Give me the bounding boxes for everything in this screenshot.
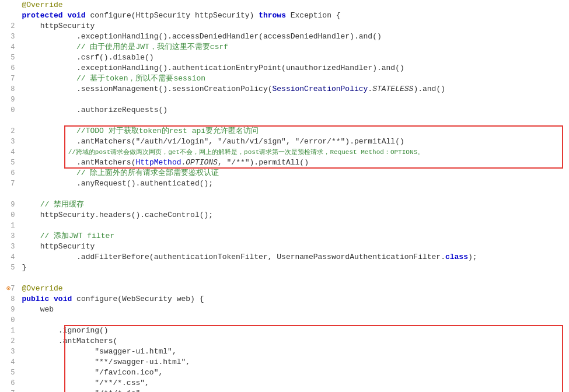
line-number: 3 bbox=[0, 242, 19, 252]
table-row: 2 //TODO 对于获取token的rest api要允许匿名访问 bbox=[0, 126, 569, 136]
line-content: .authorizeRequests() bbox=[19, 105, 569, 116]
line-content: .sessionManagement().sessionCreationPoli… bbox=[19, 84, 569, 94]
line-content: .exceptionHandling().accessDeniedHandler… bbox=[19, 32, 569, 42]
line-number: 9 bbox=[0, 94, 19, 105]
line-content: "swagger-ui.html", bbox=[19, 346, 569, 357]
line-number: 1 bbox=[0, 326, 19, 336]
line-content bbox=[19, 273, 569, 284]
table-row: @Override bbox=[0, 0, 569, 10]
table-row bbox=[0, 116, 569, 126]
line-content bbox=[19, 189, 569, 200]
line-content: // 由于使用的是JWT，我们这里不需要csrf bbox=[19, 42, 569, 52]
table-row: 2 httpSecurity bbox=[0, 21, 569, 32]
table-row: 4 //跨域的post请求会做两次网页，get不会，网上的解释是，post请求第… bbox=[0, 147, 569, 158]
line-number: 9 bbox=[0, 304, 19, 315]
table-row: 2 .antMatchers( bbox=[0, 336, 569, 346]
code-table: @Overrideprotected void configure(HttpSe… bbox=[0, 0, 569, 392]
table-row: 7 "/**/*.js", bbox=[0, 388, 569, 392]
line-number: 6 bbox=[0, 63, 19, 74]
line-number: 4 bbox=[0, 147, 19, 158]
line-content: httpSecurity bbox=[19, 242, 569, 252]
table-row: 5 .antMatchers(HttpMethod.OPTIONS, "/**"… bbox=[0, 158, 569, 168]
table-row: 5} bbox=[0, 262, 569, 273]
line-number: 3 bbox=[0, 231, 19, 242]
line-content: .addFilterBefore(authenticationTokenFilt… bbox=[19, 252, 569, 262]
line-content: .antMatchers(HttpMethod.OPTIONS, "/**").… bbox=[19, 158, 569, 168]
line-number: 2 bbox=[0, 21, 19, 32]
line-content: @Override bbox=[19, 0, 569, 10]
line-number bbox=[0, 0, 19, 10]
table-row: 9 bbox=[0, 94, 569, 105]
line-number: 8 bbox=[0, 84, 19, 94]
table-row: 6 "/**/*.css", bbox=[0, 378, 569, 388]
table-row: 9 web bbox=[0, 304, 569, 315]
line-number: 8 bbox=[0, 294, 19, 304]
line-content: .exceptionHandling().authenticationEntry… bbox=[19, 63, 569, 74]
table-row: 0 httpSecurity.headers().cacheControl(); bbox=[0, 210, 569, 220]
table-row: 7 .anyRequest().authenticated(); bbox=[0, 178, 569, 189]
table-row: 5 .csrf().disable() bbox=[0, 52, 569, 63]
line-number bbox=[0, 116, 19, 126]
line-number: 5 bbox=[0, 52, 19, 63]
line-content: @Override bbox=[19, 284, 569, 294]
table-row: 0 bbox=[0, 315, 569, 326]
table-row: 6 .exceptionHandling().authenticationEnt… bbox=[0, 63, 569, 74]
table-row: 4 "**/swagger-ui.html", bbox=[0, 357, 569, 368]
line-content: web bbox=[19, 304, 569, 315]
line-content: // 添加JWT filter bbox=[19, 231, 569, 242]
line-number: 6 bbox=[0, 168, 19, 178]
line-content: "/favicon.ico", bbox=[19, 368, 569, 378]
line-content bbox=[19, 315, 569, 326]
line-number: 3 bbox=[0, 32, 19, 42]
line-number bbox=[0, 273, 19, 284]
line-number bbox=[0, 10, 19, 21]
line-number: 4 bbox=[0, 357, 19, 368]
line-content: .antMatchers("/auth/v1/login", "/auth/v1… bbox=[19, 136, 569, 147]
table-row: 1 .ignoring() bbox=[0, 326, 569, 336]
line-number: 3 bbox=[0, 136, 19, 147]
line-number: 9 bbox=[0, 200, 19, 210]
line-number bbox=[0, 189, 19, 200]
table-row: 3 // 添加JWT filter bbox=[0, 231, 569, 242]
table-row: protected void configure(HttpSecurity ht… bbox=[0, 10, 569, 21]
line-content: .csrf().disable() bbox=[19, 52, 569, 63]
table-row: 9 // 禁用缓存 bbox=[0, 200, 569, 210]
line-number: 5 bbox=[0, 158, 19, 168]
line-content bbox=[19, 116, 569, 126]
line-content: //跨域的post请求会做两次网页，get不会，网上的解释是，post请求第一次… bbox=[19, 147, 569, 158]
line-content: .ignoring() bbox=[19, 326, 569, 336]
table-row: 3 .antMatchers("/auth/v1/login", "/auth/… bbox=[0, 136, 569, 147]
line-content: // 基于token，所以不需要session bbox=[19, 74, 569, 84]
line-number: 5 bbox=[0, 368, 19, 378]
line-number: 0 bbox=[0, 210, 19, 220]
code-container: @Overrideprotected void configure(HttpSe… bbox=[0, 0, 569, 392]
table-row: 7 // 基于token，所以不需要session bbox=[0, 74, 569, 84]
line-number: 2 bbox=[0, 336, 19, 346]
line-content: "/**/*.js", bbox=[19, 388, 569, 392]
line-content: // 除上面外的所有请求全部需要鉴权认证 bbox=[19, 168, 569, 178]
line-number: 0 bbox=[0, 315, 19, 326]
table-row: 6 // 除上面外的所有请求全部需要鉴权认证 bbox=[0, 168, 569, 178]
line-number: 4 bbox=[0, 252, 19, 262]
line-content: httpSecurity bbox=[19, 21, 569, 32]
table-row: 4 // 由于使用的是JWT，我们这里不需要csrf bbox=[0, 42, 569, 52]
line-number: 2 bbox=[0, 126, 19, 136]
line-content bbox=[19, 220, 569, 231]
line-number: 5 bbox=[0, 262, 19, 273]
line-content: //TODO 对于获取token的rest api要允许匿名访问 bbox=[19, 126, 569, 136]
line-number: 0 bbox=[0, 105, 19, 116]
line-content: .anyRequest().authenticated(); bbox=[19, 178, 569, 189]
line-number: 7 bbox=[0, 388, 19, 392]
line-number: 7 bbox=[0, 74, 19, 84]
line-content: } bbox=[19, 262, 569, 273]
table-row: 3 httpSecurity bbox=[0, 242, 569, 252]
table-row: 0 .authorizeRequests() bbox=[0, 105, 569, 116]
table-row: ⊙7@Override bbox=[0, 284, 569, 294]
table-row: 3 "swagger-ui.html", bbox=[0, 346, 569, 357]
line-number: 6 bbox=[0, 378, 19, 388]
line-content: protected void configure(HttpSecurity ht… bbox=[19, 10, 569, 21]
table-row: 3 .exceptionHandling().accessDeniedHandl… bbox=[0, 32, 569, 42]
table-row bbox=[0, 189, 569, 200]
line-number: ⊙7 bbox=[0, 284, 19, 294]
table-row bbox=[0, 273, 569, 284]
